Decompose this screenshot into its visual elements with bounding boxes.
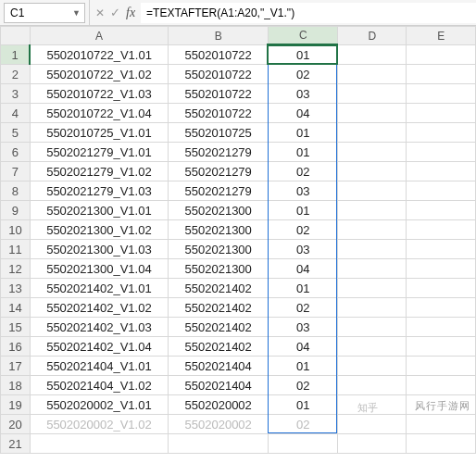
cell[interactable]: 5502021279_V1.03 (30, 181, 168, 201)
cell[interactable]: 02 (269, 220, 338, 240)
cell[interactable] (407, 45, 476, 65)
cell[interactable]: 5502021402 (168, 298, 269, 318)
cell[interactable] (407, 434, 476, 454)
cell[interactable] (407, 181, 476, 201)
cell[interactable]: 5502010722 (168, 104, 269, 123)
cell[interactable] (407, 298, 476, 318)
cell[interactable]: 5502021404 (168, 357, 269, 376)
row-header[interactable]: 5 (1, 123, 31, 143)
cell[interactable]: 04 (269, 337, 338, 357)
cell[interactable]: 5502021300_V1.01 (30, 201, 168, 220)
cell[interactable]: 5502021402_V1.02 (30, 298, 168, 318)
cell[interactable] (337, 357, 407, 376)
row-header[interactable]: 10 (1, 220, 31, 240)
cell[interactable] (407, 201, 476, 220)
cell[interactable]: 01 (269, 395, 338, 415)
cell[interactable]: 5502021279 (168, 143, 269, 162)
cell[interactable]: 04 (269, 259, 338, 279)
cell[interactable]: 5502010722 (168, 65, 269, 84)
row-header[interactable]: 9 (1, 201, 31, 220)
cell[interactable]: 5502021404_V1.02 (30, 376, 168, 395)
chevron-down-icon[interactable]: ▼ (72, 8, 81, 18)
cell[interactable] (30, 434, 168, 454)
spreadsheet-grid[interactable]: ABCDE 15502010722_V1.0155020107220125502… (0, 26, 476, 454)
cell[interactable] (407, 65, 476, 84)
cell[interactable]: 5502020002 (168, 415, 269, 434)
column-header-e[interactable]: E (407, 27, 476, 45)
cell[interactable]: 5502021300 (168, 259, 269, 279)
cell[interactable]: 5502010722 (168, 45, 269, 65)
row-header[interactable]: 20 (1, 415, 31, 434)
cell[interactable]: 5502021402_V1.01 (30, 279, 168, 298)
cell[interactable] (407, 259, 476, 279)
cell[interactable] (407, 143, 476, 162)
row-header[interactable]: 3 (1, 84, 31, 104)
row-header[interactable]: 1 (1, 45, 31, 65)
cell[interactable] (337, 298, 407, 318)
cell[interactable] (337, 162, 407, 181)
row-header[interactable]: 8 (1, 181, 31, 201)
column-header-c[interactable]: C (269, 27, 338, 45)
cell[interactable]: 5502020002 (168, 395, 269, 415)
cell[interactable]: 02 (269, 162, 338, 181)
formula-input[interactable] (141, 3, 476, 23)
cell[interactable]: 5502021279_V1.02 (30, 162, 168, 181)
cell[interactable]: 5502021279 (168, 162, 269, 181)
cell[interactable] (337, 279, 407, 298)
cell[interactable] (407, 337, 476, 357)
cell[interactable] (337, 123, 407, 143)
row-header[interactable]: 16 (1, 337, 31, 357)
cell[interactable]: 03 (269, 240, 338, 259)
cell[interactable]: 01 (269, 201, 338, 220)
cell[interactable] (407, 415, 476, 434)
cell[interactable]: 01 (269, 279, 338, 298)
select-all-corner[interactable] (1, 27, 31, 45)
cell[interactable] (337, 220, 407, 240)
cell[interactable] (407, 162, 476, 181)
cell[interactable]: 03 (269, 318, 338, 337)
row-header[interactable]: 15 (1, 318, 31, 337)
cell[interactable]: 01 (269, 143, 338, 162)
cancel-icon[interactable]: ✕ (95, 6, 105, 19)
cell[interactable]: 5502020002_V1.01 (30, 395, 168, 415)
cell[interactable]: 5502020002_V1.02 (30, 415, 168, 434)
cell[interactable] (407, 123, 476, 143)
cell[interactable]: 02 (269, 298, 338, 318)
cell[interactable]: 5502010722_V1.01 (30, 45, 168, 65)
row-header[interactable]: 21 (1, 434, 31, 454)
row-header[interactable]: 14 (1, 298, 31, 318)
cell[interactable]: 5502021300_V1.04 (30, 259, 168, 279)
cell[interactable] (407, 357, 476, 376)
cell[interactable]: 03 (269, 181, 338, 201)
row-header[interactable]: 13 (1, 279, 31, 298)
cell[interactable] (337, 84, 407, 104)
cell[interactable]: 5502021404 (168, 376, 269, 395)
cell[interactable] (407, 104, 476, 123)
column-header-d[interactable]: D (337, 27, 407, 45)
cell[interactable]: 5502021300 (168, 201, 269, 220)
cell[interactable] (407, 240, 476, 259)
column-header-b[interactable]: B (168, 27, 269, 45)
cell[interactable]: 5502021404_V1.01 (30, 357, 168, 376)
cell[interactable]: 5502021300_V1.03 (30, 240, 168, 259)
cell[interactable]: 5502021300 (168, 220, 269, 240)
cell[interactable] (337, 201, 407, 220)
cell[interactable]: 5502021279_V1.01 (30, 143, 168, 162)
cell[interactable] (269, 434, 338, 454)
cell[interactable] (407, 220, 476, 240)
cell[interactable] (337, 318, 407, 337)
row-header[interactable]: 12 (1, 259, 31, 279)
cell[interactable]: 5502010725 (168, 123, 269, 143)
cell[interactable] (168, 434, 269, 454)
cell[interactable]: 02 (269, 65, 338, 84)
cell[interactable] (337, 259, 407, 279)
cell[interactable] (337, 143, 407, 162)
fx-icon[interactable]: fx (126, 6, 135, 20)
cell[interactable]: 01 (269, 45, 338, 65)
row-header[interactable]: 11 (1, 240, 31, 259)
cell[interactable]: 03 (269, 84, 338, 104)
row-header[interactable]: 18 (1, 376, 31, 395)
cell[interactable]: 01 (269, 123, 338, 143)
cell[interactable] (337, 181, 407, 201)
cell[interactable]: 02 (269, 376, 338, 395)
